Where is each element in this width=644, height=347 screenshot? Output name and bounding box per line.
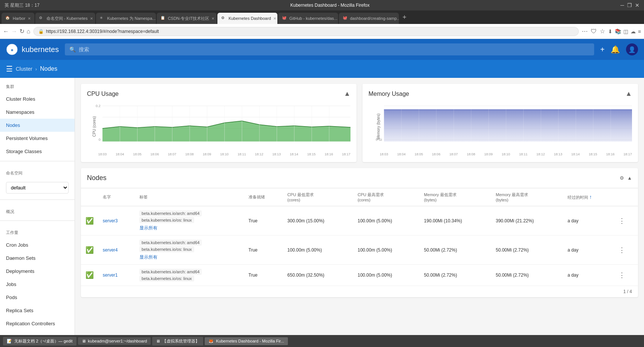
row-server3-labels: beta.kubernetes.io/arch: amd64 beta.kube… [135,206,244,235]
memory-chart-container: Memory (bytes) [368,102,632,151]
sidebar-item-pods[interactable]: Pods [0,291,75,304]
row-server4-labels: beta.kubernetes.io/arch: amd64 beta.kube… [135,235,244,265]
reload-button[interactable]: ↻ [19,28,24,35]
close-button[interactable]: ✕ [635,2,640,8]
tab-namespace-close[interactable]: ✕ [90,16,93,21]
vm-icon: 🖥 [156,339,160,343]
col-age[interactable]: 经过的时间 ↑ [563,188,614,206]
sidebar: 集群 Cluster Roles Namespaces Nodes Persis… [0,78,75,347]
show-all-link-server4[interactable]: 显示所有 [139,254,240,261]
window-controls[interactable]: ─ ❐ ✕ [620,2,640,8]
shield-icon[interactable]: 🛡 [591,28,597,35]
tab-harbor-label: Harbor [13,16,25,21]
sidebar-item-cluster-roles[interactable]: Cluster Roles [0,92,75,106]
new-tab-button[interactable]: + [400,13,410,21]
url-box[interactable]: 🔒 https://192.168.122.4:30319/#/node?nam… [33,27,579,36]
col-name[interactable]: 名字 [98,188,135,206]
collapse-icon[interactable]: ▲ [627,175,632,181]
sidebar-item-replication-controllers[interactable]: Replication Controllers [0,317,75,330]
mem-x-label-13: 18:16 [606,152,615,156]
tab-k8s-namespace[interactable]: ✳ Kubernetes 为 Namespa... ✕ [96,13,156,24]
restore-button[interactable]: ❐ [627,2,632,8]
tab-k8s-dashboard-close[interactable]: ✕ [273,16,276,21]
sidebar-item-storage-classes[interactable]: Storage Classes [0,145,75,158]
row-server3-more-button[interactable]: ⋮ [619,217,625,225]
sidebar-item-replica-sets[interactable]: Replica Sets [0,304,75,317]
notifications-icon[interactable]: 🔔 [611,45,620,54]
add-icon[interactable]: + [600,45,605,54]
overflow-menu-icon[interactable]: ≡ [638,28,641,34]
hamburger-menu-icon[interactable]: ☰ [6,64,13,73]
sidebar-item-namespaces[interactable]: Namespaces [0,106,75,119]
nodes-table-header: Nodes ⚙ ▲ [81,168,638,188]
row-server1-status: ✅ [81,265,98,286]
cpu-chart-collapse-icon[interactable]: ▲ [344,90,350,98]
download-icon[interactable]: ⬇ [608,28,613,34]
label-chip: beta.kubernetes.io/os: linux [139,246,194,252]
home-button[interactable]: ⌂ [27,28,30,35]
tab-k8s-namespace-favicon: ✳ [100,16,105,21]
status-ok-icon: ✅ [85,217,94,225]
tab-csdn-close[interactable]: ✕ [211,16,214,21]
taskbar-item-firefox[interactable]: 🦊 Kubernetes Dashboard - Mozilla Fir... [205,337,288,345]
library-icon[interactable]: 📚 [615,28,621,34]
nodes-table: 名字 标签 准备就绪 CPU 最低需求 (cores) CPU 最高需求 (co… [81,188,638,286]
namespace-select[interactable]: default [6,182,69,194]
tab-github-dash[interactable]: 🐙 GitHub - kubernetes/das... ✕ [278,13,338,24]
tab-github-creating[interactable]: 🐙 dashboard/creating-samp... ✕ [339,13,399,24]
cpu-chart-svg: 0.2 0 [87,102,350,151]
back-button[interactable]: ← [3,28,9,35]
node-link-server4[interactable]: server4 [103,247,118,253]
cpu-chart-y-label: CPU (cores) [92,116,96,137]
search-input[interactable] [79,46,590,52]
sidebar-namespace-section: 命名空间 [0,164,75,179]
sidebar-item-nodes[interactable]: Nodes [0,119,75,132]
forward-button[interactable]: → [11,28,17,35]
row-server1-mem-max: 50.00Mi (2.72%) [491,265,563,286]
filter-icon[interactable]: ⚙ [620,175,624,181]
show-all-link-server3[interactable]: 显示所有 [139,225,240,231]
mem-x-label-0: 18:03 [380,152,388,156]
row-server3-age: a day [563,206,614,235]
sidebar-divider-3 [0,220,75,221]
cpu-x-label-5: 18:08 [185,152,194,156]
cpu-x-label-10: 18:13 [273,152,281,156]
app-header: ⎈ kubernetes 🔍 + 🔔 👤 [0,39,644,60]
user-avatar[interactable]: 👤 [626,43,638,55]
sidebar-item-daemon-sets[interactable]: Daemon Sets [0,252,75,265]
row-server1-more-button[interactable]: ⋮ [619,271,625,279]
tab-harbor-close[interactable]: ✕ [28,16,31,21]
cpu-x-label-13: 18:16 [325,152,333,156]
row-server3-actions: ⋮ [614,206,638,235]
sidebar-item-deployments[interactable]: Deployments [0,265,75,278]
sidebar-item-persistent-volumes[interactable]: Persistent Volumes [0,132,75,145]
tab-csdn-favicon: 📋 [160,16,166,21]
taskbar-item-vm[interactable]: 🖥 【虚拟系统管理器】 [152,337,203,346]
bookmark-icon[interactable]: ☆ [600,28,605,35]
taskbar-item-gedit[interactable]: 📝 无标题文档 2（~/桌面）— gedit [3,337,76,346]
breadcrumb-cluster[interactable]: Cluster [16,66,32,72]
browser-title: Kubernetes Dashboard - Mozilla Firefox [39,3,620,8]
tab-k8s-dashboard[interactable]: ⚙ Kubernetes Dashboard ✕ [217,13,277,24]
search-bar[interactable]: 🔍 [65,43,594,55]
sync-icon[interactable]: ☁ [631,28,636,34]
node-link-server3[interactable]: server3 [103,218,118,223]
sidebar-item-jobs[interactable]: Jobs [0,278,75,291]
memory-chart-collapse-icon[interactable]: ▲ [625,90,632,98]
sidebar-toggle-icon[interactable]: ◫ [623,28,628,34]
tab-harbor[interactable]: 🏠 Harbor ✕ [1,13,34,24]
col-mem-min: Memory 最低需求 (bytes) [419,188,491,206]
taskbar-item-terminal[interactable]: 🖥 kubeadm@server1:~/dashboard [78,337,151,345]
breadcrumb-current: Nodes [40,66,57,72]
minimize-button[interactable]: ─ [620,2,624,8]
menu-icon[interactable]: ⋯ [582,28,588,35]
mem-x-label-9: 18:12 [536,152,545,156]
tab-namespace[interactable]: ⚙ 命名空间 - Kubernetes ✕ [35,13,95,24]
row-server4-more-button[interactable]: ⋮ [619,246,625,254]
cpu-x-label-6: 18:09 [203,152,211,156]
row-server1-labels: beta.kubernetes.io/arch: amd64 beta.kube… [135,265,244,286]
sidebar-item-cron-jobs[interactable]: Cron Jobs [0,238,75,252]
sidebar-workload-section: 工作量 [0,224,75,238]
tab-csdn[interactable]: 📋 CSDN-专业IT技术社区 ✕ [157,13,217,24]
node-link-server1[interactable]: server1 [103,273,118,278]
